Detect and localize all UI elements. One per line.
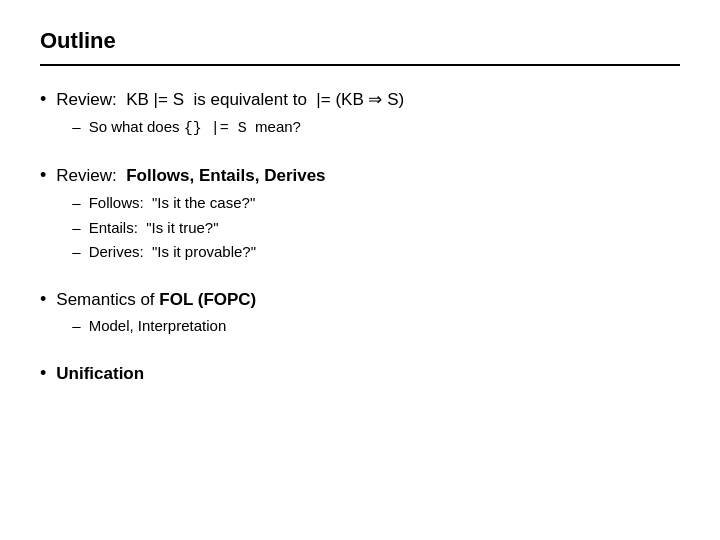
section3-main-text: Semantics of FOL (FOPC) <box>56 290 256 309</box>
section-follows-entails: • Review: Follows, Entails, Derives – Fo… <box>40 164 680 265</box>
bullet-content-3: Semantics of FOL (FOPC) – Model, Interpr… <box>56 288 680 340</box>
bullet-row-1: • Review: KB |= S is equivalent to |= (K… <box>40 88 680 142</box>
section2-sub-list: – Follows: "Is it the case?" – Entails: … <box>72 192 680 264</box>
section-review-kb: • Review: KB |= S is equivalent to |= (K… <box>40 88 680 142</box>
bullet-row-2: • Review: Follows, Entails, Derives – Fo… <box>40 164 680 265</box>
sub-item-2-2-text: Entails: "Is it true?" <box>89 217 219 240</box>
bullet-content-2: Review: Follows, Entails, Derives – Foll… <box>56 164 680 265</box>
section1-sub-list: – So what does {} |= S mean? <box>72 116 680 141</box>
sub-item-1-1: – So what does {} |= S mean? <box>72 116 680 141</box>
sub-item-3-1: – Model, Interpretation <box>72 315 680 338</box>
page: Outline • Review: KB |= S is equivalent … <box>0 0 720 436</box>
sub-dash: – <box>72 241 80 264</box>
section4-main-text: Unification <box>56 364 144 383</box>
section3-sub-list: – Model, Interpretation <box>72 315 680 338</box>
section-semantics-fol: • Semantics of FOL (FOPC) – Model, Inter… <box>40 288 680 340</box>
sub-item-2-1-text: Follows: "Is it the case?" <box>89 192 256 215</box>
sub-dash: – <box>72 116 80 139</box>
section2-main-text: Review: Follows, Entails, Derives <box>56 166 325 185</box>
bullet-dot-1: • <box>40 89 46 110</box>
section1-main-text: Review: KB |= S is equivalent to |= (KB … <box>56 90 404 109</box>
bullet-content-1: Review: KB |= S is equivalent to |= (KB … <box>56 88 680 142</box>
page-title: Outline <box>40 28 680 54</box>
sub-dash: – <box>72 192 80 215</box>
bullet-row-4: • Unification <box>40 362 680 386</box>
bullet-content-4: Unification <box>56 362 680 386</box>
section-unification: • Unification <box>40 362 680 386</box>
sub-item-2-1: – Follows: "Is it the case?" <box>72 192 680 215</box>
sub-item-3-1-text: Model, Interpretation <box>89 315 227 338</box>
sub-dash: – <box>72 217 80 240</box>
bullet-dot-4: • <box>40 363 46 384</box>
sub-item-2-3-text: Derives: "Is it provable?" <box>89 241 256 264</box>
bullet-dot-3: • <box>40 289 46 310</box>
bullet-dot-2: • <box>40 165 46 186</box>
sub-item-2-2: – Entails: "Is it true?" <box>72 217 680 240</box>
bullet-row-3: • Semantics of FOL (FOPC) – Model, Inter… <box>40 288 680 340</box>
sub-item-1-1-text: So what does {} |= S mean? <box>89 116 301 141</box>
sub-dash: – <box>72 315 80 338</box>
sub-item-2-3: – Derives: "Is it provable?" <box>72 241 680 264</box>
title-divider <box>40 64 680 66</box>
